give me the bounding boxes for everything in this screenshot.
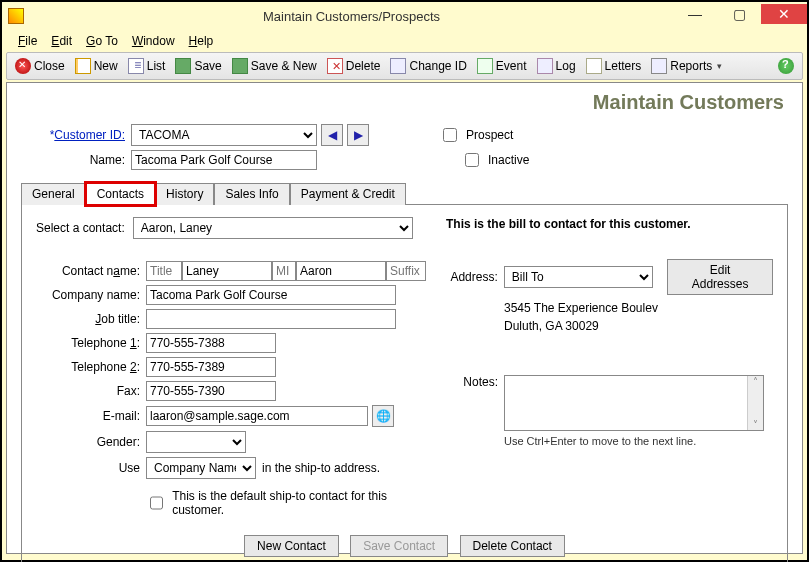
default-ship-checkbox[interactable]: This is the default ship-to contact for … [146,489,426,517]
reports-icon [651,58,667,74]
fax-input[interactable] [146,381,276,401]
toolbar-reports[interactable]: Reports▾ [647,56,726,76]
globe-icon: 🌐 [376,409,391,423]
edit-addresses-button[interactable]: Edit Addresses [667,259,773,295]
toolbar-changeid[interactable]: Change ID [386,56,470,76]
list-icon [128,58,144,74]
delete-icon [327,58,343,74]
save-contact-button[interactable]: Save Contact [350,535,448,557]
prospect-checkbox[interactable]: Prospect [439,125,513,145]
suffix-input[interactable] [386,261,426,281]
save-new-icon [232,58,248,74]
select-contact[interactable]: Aaron, Laney [133,217,413,239]
menu-help[interactable]: Help [183,32,220,50]
changeid-icon [390,58,406,74]
notes-scrollbar[interactable]: ˄˅ [747,376,763,430]
address-label: Address: [446,270,504,284]
page-heading: Maintain Customers [21,91,784,114]
toolbar-letters[interactable]: Letters [582,56,646,76]
select-contact-label: Select a contact: [36,221,133,235]
email-input[interactable] [146,406,368,426]
tel2-label: Telephone 2: [36,360,146,374]
address-line1: 3545 The Experience Boulev [504,299,773,317]
toolbar-list[interactable]: List [124,56,170,76]
customer-id-select[interactable]: TACOMA [131,124,317,146]
notes-hint: Use Ctrl+Enter to move to the next line. [504,435,764,447]
toolbar-help[interactable] [774,56,798,76]
new-contact-button[interactable]: New Contact [244,535,339,557]
save-icon [175,58,191,74]
gender-label: Gender: [36,435,146,449]
letters-icon [586,58,602,74]
tab-strip: General Contacts History Sales Info Paym… [21,182,788,205]
toolbar-event[interactable]: Event [473,56,531,76]
next-record-button[interactable]: ▶ [347,124,369,146]
toolbar-save[interactable]: Save [171,56,225,76]
tel1-label: Telephone 1: [36,336,146,350]
contact-name-label: Contact name: [36,264,146,278]
notes-label: Notes: [446,375,504,389]
toolbar-savenew[interactable]: Save & New [228,56,321,76]
window-title: Maintain Customers/Prospects [30,9,673,24]
close-icon [15,58,31,74]
customer-name-input[interactable] [131,150,317,170]
toolbar-delete[interactable]: Delete [323,56,385,76]
email-action-button[interactable]: 🌐 [372,405,394,427]
job-input[interactable] [146,309,396,329]
event-icon [477,58,493,74]
notes-textarea[interactable]: ˄˅ [504,375,764,431]
app-icon [8,8,24,24]
menu-goto[interactable]: Go To [80,32,124,50]
billto-heading: This is the bill to contact for this cus… [446,217,773,231]
firstname-input[interactable] [296,261,386,281]
tel1-input[interactable] [146,333,276,353]
prev-record-button[interactable]: ◀ [321,124,343,146]
menu-edit[interactable]: Edit [45,32,78,50]
fax-label: Fax: [36,384,146,398]
toolbar-new[interactable]: New [71,56,122,76]
menu-bar: File Edit Go To Window Help [6,30,803,52]
minimize-button[interactable]: — [673,4,717,24]
title-input[interactable] [146,261,182,281]
job-label: Job title: [36,312,146,326]
email-label: E-mail: [36,409,146,423]
name-label: Name: [21,153,131,167]
new-icon [75,58,91,74]
maximize-button[interactable]: ▢ [717,4,761,24]
tab-history[interactable]: History [155,183,214,205]
use-suffix: in the ship-to address. [262,461,380,475]
use-select[interactable]: Company Name [146,457,256,479]
toolbar: Close New List Save Save & New Delete Ch… [6,52,803,80]
inactive-checkbox[interactable]: Inactive [461,150,529,170]
gender-select[interactable] [146,431,246,453]
toolbar-close[interactable]: Close [11,56,69,76]
use-label: Use [36,461,146,475]
log-icon [537,58,553,74]
toolbar-log[interactable]: Log [533,56,580,76]
tab-sales[interactable]: Sales Info [214,183,289,205]
menu-file[interactable]: File [12,32,43,50]
address-type-select[interactable]: Bill To [504,266,653,288]
tel2-input[interactable] [146,357,276,377]
delete-contact-button[interactable]: Delete Contact [460,535,565,557]
help-icon [778,58,794,74]
tab-contacts[interactable]: Contacts [86,183,155,205]
menu-window[interactable]: Window [126,32,181,50]
tab-payment[interactable]: Payment & Credit [290,183,406,205]
address-line2: Duluth, GA 30029 [504,317,773,335]
company-input[interactable] [146,285,396,305]
customer-id-label[interactable]: Customer ID: [54,128,125,142]
close-window-button[interactable]: ✕ [761,4,807,24]
mi-input[interactable] [272,261,296,281]
tab-general[interactable]: General [21,183,86,205]
company-label: Company name: [36,288,146,302]
lastname-input[interactable] [182,261,272,281]
